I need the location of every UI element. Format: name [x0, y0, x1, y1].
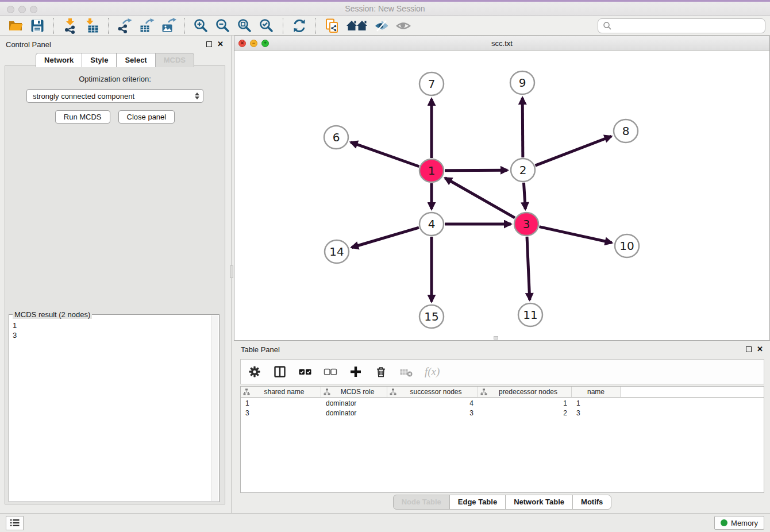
mcds-result-text[interactable]: 1 3: [13, 321, 210, 500]
graph-node-3[interactable]: 3: [514, 213, 538, 236]
result-scrollbar[interactable]: [211, 315, 218, 501]
zoom-out-icon[interactable]: [214, 17, 232, 34]
select-all-rows-icon[interactable]: [298, 365, 312, 379]
zoom-fit-icon[interactable]: [236, 17, 253, 34]
cell-successor-nodes[interactable]: 3: [387, 409, 478, 417]
window-control-dots[interactable]: [7, 6, 37, 13]
zoom-in-icon[interactable]: [192, 17, 210, 34]
import-network-icon[interactable]: [61, 17, 79, 34]
tab-edge-table[interactable]: Edge Table: [449, 495, 506, 510]
open-file-icon[interactable]: [7, 17, 24, 34]
panel-splitter[interactable]: [229, 36, 234, 513]
home-layout-icon[interactable]: [345, 17, 368, 34]
graph-edge-3-10[interactable]: [539, 227, 611, 243]
delete-row-trash-icon[interactable]: [374, 365, 388, 379]
tab-network-table[interactable]: Network Table: [505, 495, 573, 510]
graph-node-10[interactable]: 10: [615, 234, 639, 257]
graph-node-1[interactable]: 1: [419, 159, 444, 182]
svg-text:9: 9: [519, 76, 526, 90]
graph-node-11[interactable]: 11: [518, 303, 542, 326]
column-type-icon: [243, 388, 250, 395]
tab-select[interactable]: Select: [116, 53, 155, 67]
function-builder-icon[interactable]: f(x): [425, 365, 440, 378]
main-toolbar: [0, 16, 770, 36]
column-header-predecessor-nodes[interactable]: predecessor nodes: [478, 387, 572, 397]
table-row[interactable]: 1 dominator 4 1 1: [241, 398, 764, 408]
toolbar-separator: [315, 18, 316, 34]
graph-node-9[interactable]: 9: [510, 71, 534, 94]
format-columns-icon[interactable]: [273, 365, 287, 379]
graph-edge-1-6[interactable]: [351, 142, 419, 167]
cell-shared-name[interactable]: 1: [241, 399, 321, 407]
graph-node-2[interactable]: 2: [511, 159, 535, 182]
import-table-icon[interactable]: [83, 17, 101, 34]
task-history-button[interactable]: [6, 516, 24, 530]
window-close-dot[interactable]: [7, 6, 14, 13]
control-panel-title: Control Panel: [6, 40, 51, 49]
criterion-select[interactable]: strongly connected component: [26, 89, 203, 103]
close-panel-button[interactable]: Close panel: [118, 110, 175, 124]
memory-button[interactable]: Memory: [714, 516, 764, 530]
graph-node-8[interactable]: 8: [614, 119, 638, 142]
table-row[interactable]: 3 dominator 3 2 3: [241, 408, 764, 418]
cell-successor-nodes[interactable]: 4: [387, 399, 478, 407]
search-box[interactable]: [598, 18, 765, 33]
hide-panel-eye-icon[interactable]: [373, 17, 390, 34]
duplicate-network-icon[interactable]: [324, 17, 341, 34]
graph-edge-3-11[interactable]: [527, 237, 530, 300]
zoom-selected-icon[interactable]: [258, 17, 275, 34]
network-view-titlebar[interactable]: ✕ − + scc.txt: [234, 36, 769, 51]
network-canvas[interactable]: 7968124314101511: [234, 51, 769, 340]
graph-node-4[interactable]: 4: [419, 213, 444, 236]
graph-edge-3-1[interactable]: [445, 178, 515, 218]
cell-predecessor-nodes[interactable]: 1: [478, 399, 572, 407]
table-panel-close-icon[interactable]: ✕: [757, 346, 763, 352]
graph-node-6[interactable]: 6: [324, 126, 348, 149]
control-panel-float-icon[interactable]: [206, 41, 212, 47]
export-network-icon[interactable]: [116, 17, 133, 34]
deselect-all-rows-icon[interactable]: [324, 365, 337, 379]
control-panel-close-icon[interactable]: ✕: [217, 41, 224, 47]
save-session-icon[interactable]: [29, 17, 46, 34]
graph-edge-2-8[interactable]: [536, 136, 611, 165]
column-header-name[interactable]: name: [572, 387, 621, 397]
add-row-icon[interactable]: [349, 365, 363, 379]
cell-mcds-role[interactable]: dominator: [321, 409, 387, 417]
node-table-header: shared name MCDS role successor nodes pr…: [241, 387, 764, 398]
graph-edge-2-3[interactable]: [523, 183, 525, 209]
tab-network[interactable]: Network: [36, 53, 82, 67]
cell-mcds-role[interactable]: dominator: [321, 399, 387, 407]
export-image-icon[interactable]: [160, 17, 177, 34]
column-header-successor-nodes[interactable]: successor nodes: [387, 387, 478, 397]
graph-edge-4-14[interactable]: [352, 228, 419, 248]
show-panel-eye-icon[interactable]: [395, 17, 412, 34]
cell-name[interactable]: 1: [572, 399, 621, 407]
column-header-shared-name[interactable]: shared name: [241, 387, 321, 397]
table-tabs: Node Table Edge Table Network Table Moti…: [234, 495, 770, 510]
graph-edge-1-2[interactable]: [445, 170, 507, 171]
export-table-icon[interactable]: [138, 17, 155, 34]
column-settings-gear-icon[interactable]: [248, 365, 261, 379]
cell-name[interactable]: 3: [572, 409, 621, 417]
refresh-view-icon[interactable]: [291, 17, 308, 34]
splitter-handle[interactable]: [230, 265, 233, 278]
table-panel-float-icon[interactable]: [746, 346, 752, 352]
graph-node-7[interactable]: 7: [419, 72, 444, 95]
graph-node-14[interactable]: 14: [325, 240, 349, 263]
mcds-panel: Optimization criterion: strongly connect…: [5, 65, 225, 504]
destroy-table-icon[interactable]: [399, 365, 413, 379]
window-maximize-dot[interactable]: [30, 6, 37, 13]
search-input[interactable]: [612, 21, 760, 30]
window-minimize-dot[interactable]: [18, 6, 26, 13]
run-mcds-button[interactable]: Run MCDS: [55, 110, 110, 124]
canvas-scroll-handle[interactable]: [494, 336, 498, 340]
tab-mcds[interactable]: MCDS: [155, 53, 194, 67]
cell-shared-name[interactable]: 3: [241, 409, 321, 417]
tab-style[interactable]: Style: [82, 53, 117, 67]
column-header-mcds-role[interactable]: MCDS role: [321, 387, 387, 397]
tab-node-table[interactable]: Node Table: [393, 495, 450, 510]
graph-node-15[interactable]: 15: [419, 305, 444, 328]
graph-edge-2-9[interactable]: [522, 98, 523, 157]
cell-predecessor-nodes[interactable]: 2: [478, 409, 572, 417]
tab-motifs[interactable]: Motifs: [572, 495, 611, 510]
